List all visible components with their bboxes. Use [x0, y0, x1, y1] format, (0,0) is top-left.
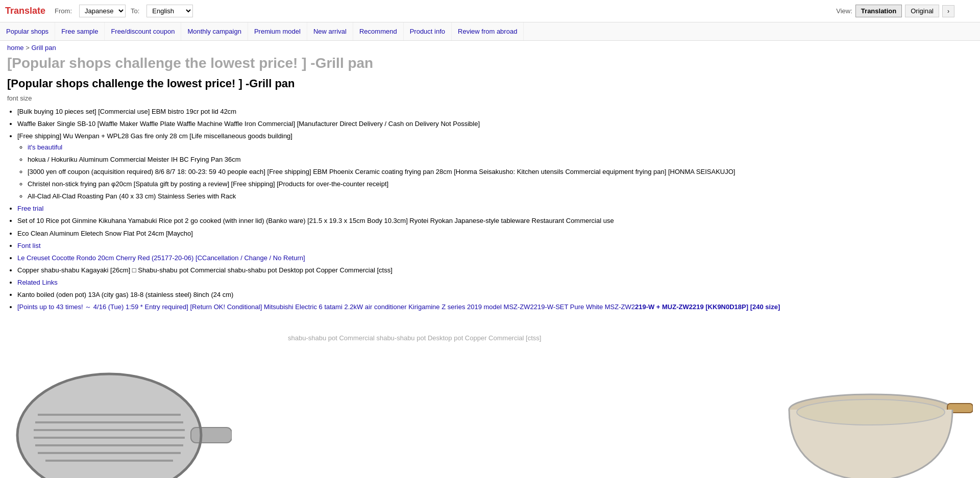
svg-rect-8	[191, 427, 232, 443]
list-item: [Bulk buying 10 pieces set] [Commercial …	[17, 106, 973, 117]
from-label: From:	[55, 7, 72, 15]
image-area: shabu-shabu pot Commercial shabu-shabu p…	[7, 318, 973, 478]
list-item-free-trial: Free trial	[17, 203, 973, 214]
svg-point-12	[797, 399, 945, 425]
nav-tab-product[interactable]: Product info	[404, 22, 452, 40]
cancellation-link: Cancellation / Change / No Return]	[202, 254, 305, 262]
original-view-button[interactable]: Original	[905, 5, 939, 17]
sub-list-item-beautiful: it's beautiful	[28, 142, 973, 153]
image-overlay-text: shabu-shabu pot Commercial shabu-shabu p…	[288, 333, 922, 344]
list-item-points: [Points up to 43 times! ～ 4/16 (Tue) 1:5…	[17, 301, 973, 313]
view-label: View:	[836, 7, 852, 15]
list-item-rice-pot: Set of 10 Rice pot Ginmine Kikuhana Yama…	[17, 215, 973, 227]
related-links-link[interactable]: Related Links	[17, 279, 58, 286]
nav-tab-free-sample[interactable]: Free sample	[55, 22, 105, 40]
sub-list: it's beautiful hokua / Hokuriku Aluminum…	[17, 142, 973, 202]
le-creuset-link[interactable]: Le Creuset Cocotte Rondo 20cm Cherry Red…	[17, 254, 305, 262]
page-title: [Popular shops challenge the lowest pric…	[7, 77, 973, 90]
font-size-label: font size	[7, 94, 973, 102]
nav-tab-coupon[interactable]: Free/discount coupon	[105, 22, 181, 40]
list-item-kanto: Kanto boiled (oden pot) 13A (city gas) 1…	[17, 289, 973, 300]
free-trial-link[interactable]: Free trial	[17, 205, 43, 212]
toolbar: Translate From: Japanese English Chinese…	[0, 0, 980, 22]
collapse-button[interactable]: ›	[942, 5, 954, 17]
nav-tab-recommend[interactable]: Recommend	[353, 22, 404, 40]
page-heading-overlay: [Popular shops challenge the lowest pric…	[0, 55, 980, 72]
list-item-eco: Eco Clean Aluminum Eletech Snow Flat Pot…	[17, 228, 973, 239]
breadcrumb-grill-pan[interactable]: Grill pan	[31, 44, 56, 52]
nav-tab-review[interactable]: Review from abroad	[452, 22, 524, 40]
main-content: [Popular shops challenge the lowest pric…	[0, 72, 980, 478]
points-link[interactable]: [Points up to 43 times! ～ 4/16 (Tue) 1:5…	[17, 303, 780, 311]
beautiful-link[interactable]: it's beautiful	[28, 143, 62, 151]
nav-tabs: Popular shops Free sample Free/discount …	[0, 22, 980, 41]
list-item-copper: Copper shabu-shabu Kagayaki [26cm] □ Sha…	[17, 265, 973, 276]
list-item-font-list: Font list	[17, 240, 973, 251]
list-item-related: Related Links	[17, 277, 973, 288]
sub-list-item-hokua: hokua / Hokuriku Aluminum Commercial Mei…	[28, 154, 973, 165]
list-item-free-shipping: [Free shipping] Wu Wenpan + WPL28 Gas fi…	[17, 131, 973, 203]
brand-label: Translate	[5, 6, 45, 16]
nav-tab-premium[interactable]: Premium model	[248, 22, 307, 40]
inch-label: inch (24 cm)	[197, 291, 234, 298]
to-language-select[interactable]: English Japanese Chinese Korean	[146, 5, 193, 17]
sub-list-item-allclad: All-Clad All-Clad Roasting Pan (40 x 33 …	[28, 191, 973, 202]
grill-pan-image	[7, 318, 232, 478]
breadcrumb-home[interactable]: home	[7, 44, 24, 52]
nav-tab-popular-shops[interactable]: Popular shops	[0, 22, 55, 40]
nav-tab-new[interactable]: New arrival	[307, 22, 353, 40]
sub-list-item-3000yen: [3000 yen off coupon (acquisition requir…	[28, 166, 973, 178]
view-section: View: Translation Original ›	[836, 5, 954, 17]
translation-view-button[interactable]: Translation	[855, 5, 902, 17]
breadcrumb-separator: >	[26, 44, 31, 52]
svg-point-0	[17, 374, 201, 478]
to-label: To:	[131, 7, 139, 15]
from-language-select[interactable]: Japanese English Chinese Korean	[79, 5, 126, 17]
list-item: Waffle Baker Single SB-10 [Waffle Maker …	[17, 118, 973, 130]
breadcrumb: home > Grill pan	[0, 41, 980, 55]
nav-tab-monthly[interactable]: Monthly campaign	[181, 22, 248, 40]
main-list: [Bulk buying 10 pieces set] [Commercial …	[7, 106, 973, 313]
list-item-le-creuset: Le Creuset Cocotte Rondo 20cm Cherry Red…	[17, 253, 973, 264]
font-list-link[interactable]: Font list	[17, 242, 41, 249]
sub-list-item-christel: Christel non-stick frying pan φ20cm [Spa…	[28, 179, 973, 190]
